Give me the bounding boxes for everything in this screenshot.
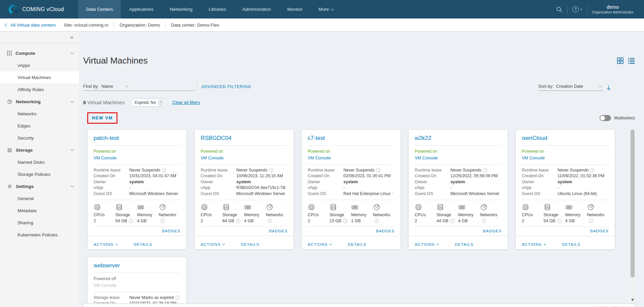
info-icon[interactable]: i: [268, 219, 272, 223]
advanced-filtering-link[interactable]: ADVANCED FILTERING: [201, 84, 251, 91]
sidebar-item-general[interactable]: General: [0, 192, 79, 204]
vm-name-link[interactable]: patch-test: [94, 135, 180, 142]
details-link[interactable]: DETAILS: [455, 242, 473, 246]
vm-name-link[interactable]: c7-test: [308, 135, 395, 142]
actions-menu[interactable]: ACTIONS: [522, 242, 546, 246]
user-menu[interactable]: demo Organization Administrator: [592, 4, 639, 14]
chevron-down-icon: [71, 184, 74, 188]
tab-monitor[interactable]: Monitor: [279, 0, 310, 18]
info-icon[interactable]: i: [483, 168, 487, 172]
help-menu[interactable]: ?: [572, 6, 582, 12]
tab-data-centers[interactable]: Data Centers: [78, 0, 121, 18]
sidebar-item-vapps[interactable]: vApps: [0, 59, 79, 71]
info-icon[interactable]: i: [343, 219, 347, 223]
sort-by-label: Sort by:: [538, 84, 553, 89]
sidebar-item-named-disks[interactable]: Named Disks: [0, 156, 79, 168]
badges-link[interactable]: BADGES: [376, 229, 395, 233]
scroll-down-arrow-icon[interactable]: [630, 297, 635, 303]
tab-applications[interactable]: Applications: [121, 0, 162, 18]
vm-console-link[interactable]: VM Console: [201, 155, 287, 161]
vm-name-link[interactable]: webserver: [94, 262, 180, 269]
vm-console-link[interactable]: VM Console: [308, 155, 395, 161]
metric-cpus: CPUs 2: [308, 203, 330, 224]
sidebar-item-kubernetes-policies[interactable]: Kubernetes Policies: [0, 229, 79, 241]
info-icon[interactable]: i: [162, 168, 166, 172]
vm-console-link[interactable]: VM Console: [522, 155, 609, 161]
info-icon[interactable]: i: [450, 219, 454, 223]
chevron-down-icon: [71, 51, 74, 54]
vm-power-status: Powered on: [94, 149, 180, 154]
collapse-sidebar-icon[interactable]: «: [70, 34, 73, 40]
sidebar-item-security[interactable]: Security: [0, 132, 79, 144]
info-icon[interactable]: i: [375, 219, 379, 223]
actions-menu[interactable]: ACTIONS: [201, 242, 225, 246]
vm-detail-label: Runtime lease: [415, 167, 450, 174]
vm-console-link[interactable]: VM Console: [94, 155, 180, 161]
sidebar-item-storage-policies[interactable]: Storage Policies: [0, 168, 79, 180]
info-icon[interactable]: i: [175, 296, 180, 300]
vm-detail-row: Runtime leaseNever Suspendsi: [522, 167, 609, 174]
find-by-control[interactable]: Find by: Name: [83, 84, 195, 91]
badges-link[interactable]: BADGES: [590, 229, 609, 233]
details-link[interactable]: DETAILS: [562, 242, 580, 246]
filter-chip-expired: Expired: No ×: [131, 99, 166, 107]
badges-link[interactable]: BADGES: [269, 229, 287, 233]
back-to-datacenters-link[interactable]: All Virtual data centers: [5, 23, 56, 28]
search-icon[interactable]: [556, 6, 563, 13]
sort-direction-descending-icon[interactable]: [606, 85, 611, 91]
details-link[interactable]: DETAILS: [134, 242, 152, 246]
info-icon[interactable]: i: [269, 168, 273, 172]
actions-menu[interactable]: ACTIONS: [308, 242, 332, 246]
chevron-down-icon: [544, 243, 546, 245]
sidebar-item-affinity-rules[interactable]: Affinity Rules: [0, 83, 79, 95]
vm-name-link[interactable]: w2k22: [415, 135, 502, 142]
remove-filter-icon[interactable]: ×: [158, 100, 164, 105]
vm-details: Runtime leaseNever SuspendsiCreated On02…: [308, 167, 395, 197]
multiselect-toggle[interactable]: [600, 115, 611, 121]
scrollbar-thumb[interactable]: [631, 129, 635, 277]
storage-size: 54 GBi: [115, 219, 137, 224]
grid-view-icon[interactable]: [617, 57, 624, 64]
sidebar-item-metadata[interactable]: Metadata: [0, 204, 79, 217]
info-icon[interactable]: i: [376, 168, 380, 172]
info-icon[interactable]: i: [161, 219, 165, 223]
vm-console-link[interactable]: VM Console: [94, 283, 180, 288]
vm-name-link[interactable]: ownCloud: [522, 135, 609, 142]
info-icon[interactable]: i: [129, 219, 133, 223]
clear-all-filters-link[interactable]: Clear all filters: [172, 100, 200, 105]
vertical-scrollbar[interactable]: [630, 129, 635, 303]
list-view-icon[interactable]: [628, 57, 635, 64]
info-icon[interactable]: i: [482, 219, 486, 223]
sidebar-section-networking[interactable]: Networking: [0, 95, 79, 108]
badges-link[interactable]: BADGES: [162, 229, 180, 233]
tab-more[interactable]: More: [310, 0, 342, 18]
new-vm-button[interactable]: NEW VM: [88, 113, 116, 123]
vm-console-link[interactable]: VM Console: [415, 155, 502, 161]
tab-networking[interactable]: Networking: [162, 0, 201, 18]
chevron-down-icon: [71, 100, 74, 103]
vm-name-link[interactable]: RSBGDC04: [201, 135, 287, 142]
actions-menu[interactable]: ACTIONS: [94, 242, 117, 246]
sidebar-section-compute[interactable]: Compute: [0, 47, 79, 59]
actions-menu[interactable]: ACTIONS: [415, 242, 439, 246]
sidebar-item-edges[interactable]: Edges: [0, 120, 79, 132]
info-icon[interactable]: i: [557, 219, 562, 223]
sidebar-item-sharing[interactable]: Sharing: [0, 217, 79, 229]
vm-detail-row: vApp-: [308, 185, 395, 191]
vm-detail-label: Owner: [522, 179, 557, 185]
info-icon[interactable]: i: [236, 219, 240, 223]
info-icon[interactable]: i: [590, 168, 595, 172]
details-link[interactable]: DETAILS: [348, 242, 366, 246]
sidebar-section-storage[interactable]: Storage: [0, 144, 79, 156]
metric-memory: Memory 4 GB: [458, 203, 480, 224]
badges-link[interactable]: BADGES: [483, 229, 502, 233]
sidebar-item-networks[interactable]: Networks: [0, 108, 79, 120]
sort-by-control[interactable]: Sort by: Creation Date: [538, 84, 603, 91]
details-link[interactable]: DETAILS: [241, 242, 259, 246]
sidebar-item-virtual-machines[interactable]: Virtual Machines: [0, 71, 79, 83]
tab-libraries[interactable]: Libraries: [201, 0, 234, 18]
tab-administration[interactable]: Administration: [234, 0, 279, 18]
brand-name: COMING vCloud: [22, 6, 64, 12]
info-icon[interactable]: i: [589, 219, 593, 223]
sidebar-section-settings[interactable]: Settings: [0, 180, 79, 192]
